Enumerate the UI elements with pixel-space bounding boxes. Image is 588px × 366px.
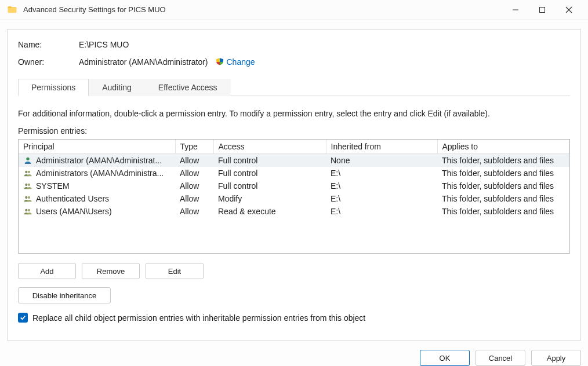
principal-text: SYSTEM <box>36 181 70 191</box>
dialog-panel: Name: E:\PICS MUO Owner: Administrator (… <box>7 29 581 341</box>
svg-point-5 <box>25 171 27 173</box>
applies-cell: This folder, subfolders and files <box>437 167 569 180</box>
replace-children-row: Replace all child object permission entr… <box>18 313 570 323</box>
add-button[interactable]: Add <box>18 263 76 279</box>
folder-icon <box>7 5 17 15</box>
window-title: Advanced Security Settings for PICS MUO <box>23 5 502 14</box>
principal-text: Users (AMAN\Users) <box>36 207 112 216</box>
svg-point-11 <box>25 209 27 211</box>
replace-children-label: Replace all child object permission entr… <box>32 313 365 323</box>
titlebar: Advanced Security Settings for PICS MUO <box>0 0 588 20</box>
col-applies[interactable]: Applies to <box>437 140 569 154</box>
type-cell: Allow <box>175 180 213 192</box>
svg-point-8 <box>28 184 30 186</box>
access-cell: Full control <box>213 154 326 167</box>
principal-text: Administrators (AMAN\Administra... <box>36 169 164 178</box>
disable-inheritance-button[interactable]: Disable inheritance <box>18 287 111 303</box>
type-cell: Allow <box>175 167 213 180</box>
group-icon <box>23 207 32 216</box>
close-button[interactable] <box>556 1 582 19</box>
change-owner-link[interactable]: Change <box>227 57 255 67</box>
applies-cell: This folder, subfolders and files <box>437 154 569 167</box>
applies-cell: This folder, subfolders and files <box>437 180 569 192</box>
permission-entries-grid[interactable]: Principal Type Access Inherited from App… <box>18 139 570 254</box>
principal-text: Authenticated Users <box>36 194 109 203</box>
shield-icon <box>215 57 224 67</box>
description-text: For additional information, double-click… <box>18 109 570 118</box>
access-cell: Read & execute <box>213 205 326 218</box>
name-row: Name: E:\PICS MUO <box>18 40 570 49</box>
col-inherited[interactable]: Inherited from <box>326 140 437 154</box>
svg-point-9 <box>25 196 27 199</box>
inherited-cell: None <box>326 154 437 167</box>
svg-point-10 <box>28 196 30 199</box>
action-button-row: Add Remove Edit <box>18 263 570 279</box>
window-controls <box>502 1 582 19</box>
access-cell: Full control <box>213 167 326 180</box>
applies-cell: This folder, subfolders and files <box>437 205 569 218</box>
owner-value: Administrator (AMAN\Administrator) <box>79 57 208 67</box>
cancel-button[interactable]: Cancel <box>476 350 525 366</box>
type-cell: Allow <box>175 205 213 218</box>
replace-children-checkbox[interactable] <box>18 313 28 323</box>
remove-button[interactable]: Remove <box>82 263 140 279</box>
group-icon <box>23 169 32 178</box>
inherited-cell: E:\ <box>326 205 437 218</box>
table-row[interactable]: Users (AMAN\Users)AllowRead & executeE:\… <box>19 205 569 218</box>
principal-text: Administrator (AMAN\Administrat... <box>36 156 162 165</box>
entries-label: Permission entries: <box>18 126 570 136</box>
tab-effective-access[interactable]: Effective Access <box>145 79 231 96</box>
group-icon <box>23 181 32 191</box>
ok-button[interactable]: OK <box>420 350 470 366</box>
svg-point-12 <box>28 209 30 211</box>
dialog-footer-buttons: OK Cancel Apply <box>420 350 581 366</box>
user-icon <box>23 156 32 165</box>
table-row[interactable]: SYSTEMAllowFull controlE:\This folder, s… <box>19 180 569 192</box>
owner-label: Owner: <box>18 57 79 67</box>
access-cell: Full control <box>213 180 326 192</box>
owner-row: Owner: Administrator (AMAN\Administrator… <box>18 57 570 67</box>
minimize-button[interactable] <box>502 1 529 19</box>
tab-bar: Permissions Auditing Effective Access <box>18 78 570 96</box>
type-cell: Allow <box>175 154 213 167</box>
table-header-row: Principal Type Access Inherited from App… <box>19 140 569 154</box>
tab-auditing[interactable]: Auditing <box>89 79 145 96</box>
col-principal[interactable]: Principal <box>19 140 175 154</box>
type-cell: Allow <box>175 192 213 205</box>
tab-permissions[interactable]: Permissions <box>18 79 89 96</box>
name-label: Name: <box>18 40 79 49</box>
group-icon <box>23 194 32 203</box>
table-row[interactable]: Administrators (AMAN\Administra...AllowF… <box>19 167 569 180</box>
applies-cell: This folder, subfolders and files <box>437 192 569 205</box>
svg-point-6 <box>28 171 30 173</box>
access-cell: Modify <box>213 192 326 205</box>
edit-button[interactable]: Edit <box>146 263 204 279</box>
apply-button[interactable]: Apply <box>531 350 581 366</box>
svg-rect-1 <box>540 7 545 12</box>
inherited-cell: E:\ <box>326 167 437 180</box>
svg-point-4 <box>26 158 29 160</box>
table-row[interactable]: Authenticated UsersAllowModifyE:\This fo… <box>19 192 569 205</box>
name-value: E:\PICS MUO <box>79 40 129 49</box>
col-type[interactable]: Type <box>175 140 213 154</box>
inherited-cell: E:\ <box>326 180 437 192</box>
col-access[interactable]: Access <box>213 140 326 154</box>
svg-point-7 <box>25 184 27 186</box>
inherited-cell: E:\ <box>326 192 437 205</box>
maximize-button[interactable] <box>529 1 556 19</box>
table-row[interactable]: Administrator (AMAN\Administrat...AllowF… <box>19 154 569 167</box>
